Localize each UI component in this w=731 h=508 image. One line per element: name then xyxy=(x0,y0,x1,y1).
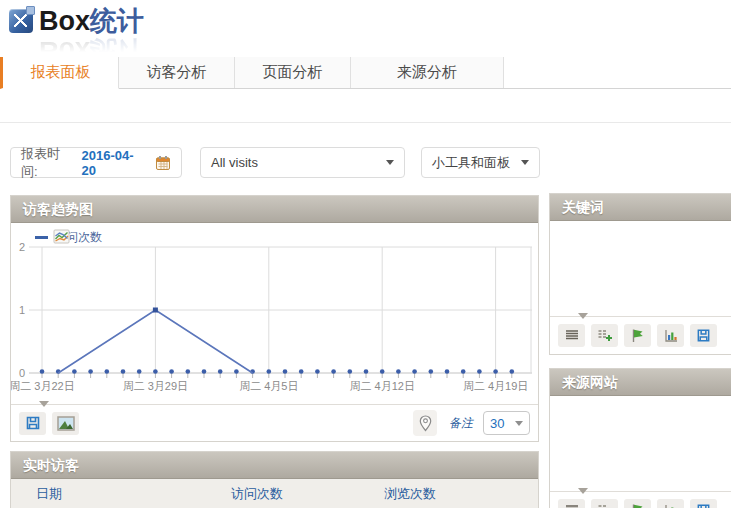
chevron-down-icon xyxy=(515,421,523,426)
keywords-widget-body xyxy=(550,221,731,316)
main-nav-tabs: 报表面板 访客分析 页面分析 来源分析 xyxy=(0,57,731,89)
flag-icon xyxy=(630,328,645,343)
tab-label: 页面分析 xyxy=(263,63,323,82)
flag-icon xyxy=(630,503,645,508)
keywords-widget-footer xyxy=(550,316,731,353)
annotations-label[interactable]: 备注 xyxy=(449,415,473,432)
keywords-widget: 关键词 xyxy=(549,193,731,355)
chart-legend: 访问次数 xyxy=(35,229,102,246)
svg-text:周二 3月29日: 周二 3月29日 xyxy=(123,380,188,392)
referrer-websites-body xyxy=(550,396,731,491)
export-button[interactable] xyxy=(690,499,717,508)
column-header-pageviews[interactable]: 浏览次数 xyxy=(384,485,436,503)
tab-label: 报表面板 xyxy=(31,63,91,82)
tab-page-analysis[interactable]: 页面分析 xyxy=(235,57,351,88)
realtime-table-header-row: 日期 访问次数 浏览次数 xyxy=(11,479,538,508)
brand-zh: 统计 xyxy=(90,6,144,36)
annotations-button[interactable] xyxy=(413,410,437,436)
svg-text:周二 4月5日: 周二 4月5日 xyxy=(239,380,298,392)
save-icon xyxy=(696,328,711,343)
brand-en: Box xyxy=(39,6,90,36)
table-more-columns-button[interactable] xyxy=(591,499,618,508)
report-date-value: 2016-04-20 xyxy=(82,148,148,178)
table-view-button[interactable] xyxy=(558,499,585,508)
widgets-button-label: 小工具和面板 xyxy=(432,154,510,172)
dashboard-left-column: 访客趋势图 访问次数 012周二 3月22日周二 3月29日周二 4月5日周二 … xyxy=(10,195,539,508)
table-more-columns-button[interactable] xyxy=(591,324,618,347)
app-title: Box统计 xyxy=(39,6,144,36)
bar-chart-view-button[interactable] xyxy=(657,499,684,508)
box-logo-icon xyxy=(9,9,33,33)
rows-select-value: 30 xyxy=(490,416,504,431)
dashboard-right-column: 关键词 xyxy=(549,193,731,508)
visitor-trend-chart-body: 访问次数 012周二 3月22日周二 3月29日周二 4月5日周二 4月12日周… xyxy=(11,223,538,404)
chart-type-icon[interactable] xyxy=(53,229,70,244)
visitor-trend-widget: 访客趋势图 访问次数 012周二 3月22日周二 3月29日周二 4月5日周二 … xyxy=(10,195,539,442)
save-icon xyxy=(696,503,711,508)
chart-footer-right: 备注 30 xyxy=(413,410,530,436)
save-icon xyxy=(25,415,41,431)
calendar-icon xyxy=(155,155,171,171)
app-root: Box统计 Box统计 报表面板 访客分析 页面分析 来源分析 报表时间: 20… xyxy=(0,0,731,508)
export-button[interactable] xyxy=(19,412,46,435)
keywords-widget-header[interactable]: 关键词 xyxy=(550,194,731,221)
referrer-websites-header[interactable]: 来源网站 xyxy=(550,369,731,396)
header-divider xyxy=(0,122,731,123)
export-image-button[interactable] xyxy=(52,412,79,435)
export-button[interactable] xyxy=(690,324,717,347)
referrer-websites-widget: 来源网站 xyxy=(549,368,731,508)
table-plus-icon xyxy=(597,328,613,343)
visitor-trend-widget-header[interactable]: 访客趋势图 xyxy=(11,196,538,223)
visitor-trend-chart[interactable]: 012周二 3月22日周二 3月29日周二 4月5日周二 4月12日周二 4月1… xyxy=(11,223,538,404)
pin-icon xyxy=(418,415,433,432)
collapse-handle-icon[interactable] xyxy=(39,401,49,407)
chevron-down-icon xyxy=(521,160,529,165)
rows-select[interactable]: 30 xyxy=(483,411,530,435)
svg-text:2: 2 xyxy=(19,241,25,253)
list-icon xyxy=(564,503,580,508)
column-header-visits[interactable]: 访问次数 xyxy=(231,485,384,503)
app-logo: Box统计 xyxy=(9,6,144,36)
report-date-label: 报表时间: xyxy=(21,145,77,181)
collapse-handle-icon[interactable] xyxy=(578,488,588,494)
column-header-date[interactable]: 日期 xyxy=(36,485,231,503)
bar-chart-icon xyxy=(663,503,679,508)
image-icon xyxy=(57,416,75,431)
goals-button[interactable] xyxy=(624,324,651,347)
legend-line-swatch xyxy=(35,236,48,239)
realtime-visitors-widget: 实时访客 日期 访问次数 浏览次数 xyxy=(10,451,539,508)
tab-report-dashboard[interactable]: 报表面板 xyxy=(0,57,119,89)
realtime-visitors-header[interactable]: 实时访客 xyxy=(11,452,538,479)
bar-chart-icon xyxy=(663,328,679,343)
toolbar: 报表时间: 2016-04-20 All visits 小工具和面板 xyxy=(10,147,540,178)
bar-chart-view-button[interactable] xyxy=(657,324,684,347)
tab-visitor-analysis[interactable]: 访客分析 xyxy=(119,57,235,88)
tab-referrer-analysis[interactable]: 来源分析 xyxy=(351,57,504,88)
report-date-button[interactable]: 报表时间: 2016-04-20 xyxy=(10,147,182,178)
segment-selector-value: All visits xyxy=(211,155,258,170)
widgets-and-dashboard-button[interactable]: 小工具和面板 xyxy=(421,147,540,178)
table-view-button[interactable] xyxy=(558,324,585,347)
svg-text:周二 4月19日: 周二 4月19日 xyxy=(463,380,528,392)
chevron-down-icon xyxy=(386,160,394,165)
svg-text:周二 3月22日: 周二 3月22日 xyxy=(11,380,75,392)
svg-text:0: 0 xyxy=(19,367,25,379)
visitor-trend-widget-footer: 备注 30 xyxy=(11,404,538,441)
collapse-handle-icon[interactable] xyxy=(578,313,588,319)
svg-text:1: 1 xyxy=(19,304,25,316)
list-icon xyxy=(564,328,580,342)
tab-label: 访客分析 xyxy=(147,63,207,82)
tab-label: 来源分析 xyxy=(397,63,457,82)
referrer-websites-footer xyxy=(550,491,731,508)
segment-selector[interactable]: All visits xyxy=(200,147,405,178)
goals-button[interactable] xyxy=(624,499,651,508)
table-plus-icon xyxy=(597,503,613,508)
svg-text:周二 4月12日: 周二 4月12日 xyxy=(349,380,414,392)
